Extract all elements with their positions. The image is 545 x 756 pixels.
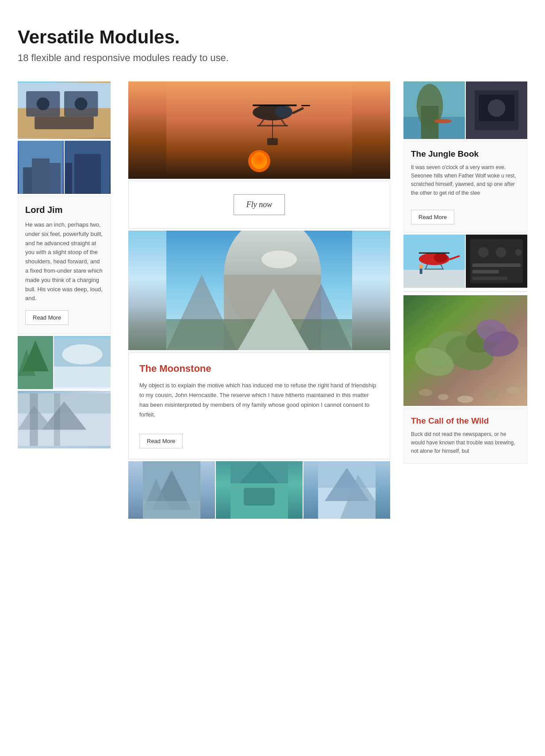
svg-rect-83 (472, 263, 521, 267)
svg-point-4 (37, 97, 50, 110)
page-subtitle: 18 flexible and responsive modules ready… (18, 52, 527, 64)
header-section: Versatile Modules. 18 flexible and respo… (18, 0, 527, 81)
svg-rect-33 (301, 105, 310, 106)
sky-image (54, 336, 111, 389)
right-controls-image (466, 235, 527, 288)
cockpit-image (18, 81, 111, 139)
succulent-image (403, 295, 527, 406)
svg-rect-31 (253, 104, 297, 106)
image-city-right (65, 141, 111, 194)
helicopter-hero-image (128, 81, 390, 179)
svg-rect-9 (23, 167, 32, 194)
image-city-left (18, 141, 64, 194)
svg-point-66 (488, 99, 506, 117)
grid-container: Lord Jim He was an inch, perhaps two, un… (18, 81, 527, 521)
jungle-book-read-more[interactable]: Read More (411, 210, 454, 224)
mountain-image-1 (128, 461, 215, 519)
half-dome-image (128, 231, 390, 350)
svg-rect-41 (224, 275, 321, 350)
svg-point-62 (434, 119, 452, 123)
lord-jim-title: Lord Jim (25, 205, 103, 215)
call-of-wild-text: Buck did not read the newspapers, or he … (411, 430, 520, 456)
call-of-wild-title: The Call of the Wild (411, 416, 520, 426)
double-image-row (18, 141, 111, 194)
left-column: Lord Jim He was an inch, perhaps two, un… (18, 81, 119, 450)
svg-point-70 (434, 253, 448, 262)
jungle-book-card: The Jungle Book It was seven o'clock of … (403, 141, 527, 233)
svg-rect-12 (74, 154, 101, 194)
right-dark-image (466, 81, 527, 139)
svg-point-82 (515, 249, 522, 256)
svg-rect-6 (35, 116, 94, 129)
lord-jim-card: Lord Jim He was an inch, perhaps two, un… (18, 196, 111, 334)
mountain-image-2 (303, 461, 390, 519)
svg-rect-8 (32, 158, 50, 194)
right-island-image (403, 81, 465, 139)
svg-rect-77 (420, 269, 422, 274)
svg-point-28 (251, 153, 267, 169)
right-mid-double (403, 235, 527, 288)
svg-rect-10 (50, 163, 61, 194)
svg-rect-25 (54, 393, 60, 446)
svg-rect-84 (472, 270, 499, 274)
right-column: The Jungle Book It was seven o'clock of … (399, 81, 527, 464)
svg-point-81 (496, 247, 507, 258)
triple-image-row (128, 461, 390, 519)
svg-point-19 (62, 344, 102, 365)
svg-point-5 (75, 97, 88, 110)
svg-rect-18 (54, 366, 111, 387)
svg-rect-71 (419, 252, 450, 254)
moonstone-read-more[interactable]: Read More (139, 434, 183, 448)
forest-image (18, 336, 53, 389)
moonstone-card: The Moonstone My object is to explain th… (128, 352, 390, 459)
fly-now-button[interactable]: Fly now (234, 194, 285, 215)
lord-jim-read-more[interactable]: Read More (25, 310, 69, 325)
svg-point-30 (275, 105, 292, 118)
landscape-double-row (18, 336, 111, 389)
svg-point-93 (419, 389, 432, 396)
svg-rect-44 (166, 319, 352, 350)
fly-now-card: Fly now (128, 181, 390, 229)
right-helicopter-image (403, 235, 465, 288)
call-of-wild-card: The Call of the Wild Buck did not read t… (403, 408, 527, 464)
svg-point-94 (438, 394, 449, 400)
svg-point-76 (419, 264, 423, 269)
svg-point-45 (261, 251, 297, 268)
lord-jim-text: He was an inch, perhaps two, under six f… (25, 220, 103, 303)
page-wrapper: Versatile Modules. 18 flexible and respo… (0, 0, 545, 521)
moonstone-title: The Moonstone (139, 363, 379, 374)
svg-rect-35 (267, 138, 278, 145)
glacier-image (216, 461, 303, 519)
svg-rect-68 (403, 270, 465, 288)
middle-column: Fly now (119, 81, 399, 521)
svg-point-96 (486, 392, 498, 398)
page-title: Versatile Modules. (18, 27, 527, 48)
svg-point-80 (478, 247, 489, 258)
jungle-book-title: The Jungle Book (411, 149, 520, 159)
svg-point-97 (507, 387, 521, 394)
svg-rect-49 (143, 501, 200, 519)
moonstone-text: My object is to explain the motive which… (139, 381, 379, 420)
right-top-double (403, 81, 527, 139)
jungle-book-text: It was seven o'clock of a very warm eve.… (411, 163, 520, 197)
svg-rect-53 (244, 488, 275, 505)
svg-rect-13 (65, 163, 72, 194)
svg-point-95 (457, 396, 473, 403)
svg-rect-85 (472, 277, 507, 280)
svg-rect-24 (30, 393, 38, 446)
divider (403, 291, 527, 292)
svg-rect-26 (166, 81, 352, 179)
mountain-window-image (18, 391, 111, 448)
